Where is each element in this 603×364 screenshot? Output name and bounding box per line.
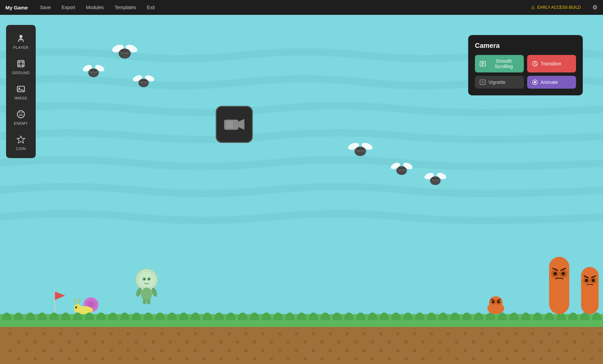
svg-point-122 [226, 312, 236, 320]
svg-point-127 [285, 312, 295, 320]
svg-point-140 [439, 312, 448, 320]
enemy-icon [15, 108, 27, 120]
svg-point-237 [194, 349, 197, 352]
image-icon [15, 83, 27, 95]
svg-point-190 [598, 332, 602, 335]
svg-point-193 [51, 340, 54, 344]
svg-point-196 [101, 340, 104, 344]
svg-point-206 [270, 340, 273, 344]
nav-modules[interactable]: Modules [84, 3, 106, 11]
svg-point-208 [303, 340, 307, 344]
svg-point-258 [548, 349, 551, 352]
svg-point-142 [462, 312, 472, 320]
svg-point-120 [203, 312, 212, 320]
svg-point-212 [371, 340, 374, 344]
svg-point-316 [498, 301, 500, 303]
nav-save[interactable]: Save [38, 3, 53, 11]
nav-exit[interactable]: Exit [145, 3, 157, 11]
svg-point-115 [144, 312, 153, 320]
svg-point-239 [228, 349, 231, 352]
svg-point-84 [144, 278, 145, 280]
svg-point-80 [136, 269, 157, 291]
enemy-fly-6 [423, 170, 448, 188]
svg-point-187 [548, 332, 551, 335]
svg-point-200 [169, 340, 172, 344]
svg-point-263 [34, 357, 37, 361]
camera-panel-title: Camera [475, 42, 576, 50]
svg-point-136 [391, 312, 401, 320]
svg-point-220 [506, 340, 509, 344]
transition-button[interactable]: Transition [527, 55, 576, 72]
nav-export[interactable]: Export [60, 3, 77, 11]
sidebar-item-image[interactable]: IMAGE [8, 80, 34, 103]
svg-point-251 [430, 349, 433, 352]
dirt-texture [0, 327, 603, 364]
svg-point-276 [253, 357, 256, 361]
svg-point-246 [345, 349, 349, 352]
svg-point-217 [455, 340, 458, 344]
settings-icon[interactable]: ⚙ [592, 4, 598, 11]
player-character [131, 268, 162, 305]
svg-point-233 [126, 349, 130, 352]
svg-point-268 [118, 357, 121, 361]
grass-bumps [0, 307, 603, 320]
animate-button[interactable]: Animate [527, 76, 576, 89]
svg-point-202 [202, 340, 206, 344]
transition-label: Transition [541, 61, 561, 66]
svg-rect-87 [143, 299, 146, 304]
svg-point-171 [278, 332, 281, 335]
svg-point-247 [362, 349, 366, 352]
svg-point-257 [531, 349, 534, 352]
sidebar-item-enemy[interactable]: ENEMY [8, 105, 34, 129]
game-canvas[interactable]: PLAYER GROUND [0, 15, 603, 364]
sidebar-item-player[interactable]: PLAYER [8, 29, 34, 53]
svg-point-112 [108, 312, 118, 320]
svg-point-243 [295, 349, 298, 352]
svg-point-228 [42, 349, 46, 352]
camera-world-object[interactable] [216, 106, 253, 143]
svg-point-241 [261, 349, 265, 352]
svg-point-67 [399, 169, 400, 171]
svg-point-86 [141, 287, 152, 301]
svg-point-198 [135, 340, 138, 344]
svg-point-315 [492, 301, 494, 303]
svg-point-179 [413, 332, 416, 335]
svg-point-199 [152, 340, 155, 344]
navbar: My Game Save Export Modules Templates Ex… [0, 0, 603, 15]
svg-point-195 [84, 340, 88, 344]
svg-rect-5 [18, 61, 24, 67]
svg-point-12 [18, 111, 25, 118]
vignette-button[interactable]: Vignette [475, 76, 524, 89]
svg-point-291 [506, 357, 509, 361]
svg-point-173 [312, 332, 315, 335]
svg-point-172 [295, 332, 298, 335]
svg-point-41 [95, 71, 96, 73]
svg-point-253 [463, 349, 467, 352]
svg-point-37 [88, 68, 99, 77]
svg-point-209 [320, 340, 324, 344]
smooth-scrolling-button[interactable]: Smooth Scrolling [475, 55, 524, 72]
svg-point-240 [244, 349, 248, 352]
svg-point-270 [152, 357, 155, 361]
ground-green [0, 314, 603, 327]
svg-point-143 [474, 312, 483, 320]
svg-point-267 [101, 357, 104, 361]
nav-templates[interactable]: Templates [113, 3, 138, 11]
svg-point-161 [110, 332, 113, 335]
svg-point-285 [404, 357, 408, 361]
svg-point-107 [49, 312, 59, 320]
svg-point-166 [194, 332, 197, 335]
svg-point-168 [228, 332, 231, 335]
svg-point-264 [51, 357, 54, 361]
sidebar-item-coin[interactable]: COIN [8, 130, 34, 154]
camera-buttons-grid: Smooth Scrolling Transition [475, 55, 576, 89]
svg-point-148 [533, 312, 542, 320]
svg-point-207 [287, 340, 290, 344]
svg-point-265 [67, 357, 71, 361]
svg-point-282 [354, 357, 357, 361]
sidebar-item-ground[interactable]: GROUND [8, 54, 34, 78]
ground-icon [15, 58, 27, 70]
svg-point-203 [219, 340, 222, 344]
svg-point-214 [404, 340, 408, 344]
svg-point-28 [119, 49, 131, 59]
